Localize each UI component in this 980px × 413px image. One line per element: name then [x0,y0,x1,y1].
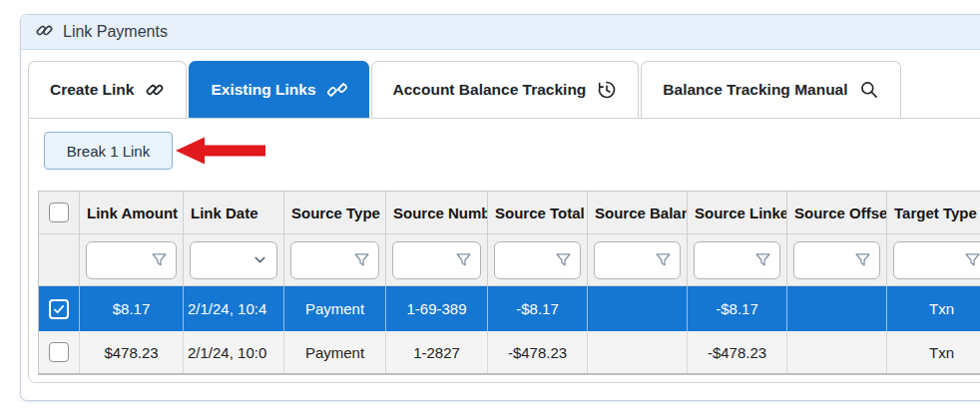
filter-icon[interactable] [655,251,672,268]
tab-create-link[interactable]: Create Link [28,61,187,118]
tab-account-balance-tracking[interactable]: Account Balance Tracking [371,61,640,118]
filter-cell [184,234,284,285]
filter-input[interactable] [86,241,177,279]
links-table: Link AmountLink DateSource TypeSource Nu… [38,191,980,375]
table-cell: $478.23 [80,331,184,373]
table-header-row: Link AmountLink DateSource TypeSource Nu… [39,192,980,234]
row-checkbox[interactable] [49,342,69,362]
filter-input[interactable] [392,241,481,279]
column-header[interactable]: Source Type [284,192,386,233]
tab-label: Account Balance Tracking [393,81,587,99]
table-cell [588,286,688,331]
row-checkbox[interactable] [49,299,69,319]
tab-existing-links[interactable]: Existing Links [189,61,368,118]
link-icon [145,80,165,100]
filter-icon[interactable] [455,251,472,268]
break-link-button[interactable]: Break 1 Link [44,132,173,170]
broken-link-icon [327,80,347,100]
table-cell: -$478.23 [488,331,588,373]
table-cell: Txn [887,331,980,373]
filter-input[interactable] [290,241,379,279]
card-header: Link Payments [21,15,980,50]
table-cell: -$478.23 [688,331,787,373]
row-select-cell [39,286,80,331]
tab-label: Existing Links [211,81,315,99]
filter-input[interactable] [190,241,277,279]
red-arrow-annotation [175,136,266,170]
link-icon [35,21,54,44]
column-header[interactable]: Source Number [386,192,488,233]
table-row[interactable]: $478.232/1/24, 10:0Payment1-2827-$478.23… [39,331,980,373]
tab-label: Balance Tracking Manual [663,81,847,99]
filter-cell [588,234,688,285]
history-icon [597,80,617,100]
filter-icon[interactable] [151,251,168,268]
filter-input[interactable] [893,241,980,279]
search-icon [859,80,879,100]
tab-strip: Create LinkExisting LinksAccount Balance… [28,61,901,118]
filter-cell [39,234,80,285]
filter-row [39,234,980,286]
filter-icon[interactable] [754,251,771,268]
column-header[interactable]: Source Linked [688,192,787,233]
tab-label: Create Link [50,81,134,99]
filter-icon[interactable] [964,251,980,268]
filter-input[interactable] [694,241,780,279]
column-header[interactable]: Source Offset [787,192,887,233]
tab-panel: Break 1 Link Link AmountLink DateSource … [28,118,980,383]
filter-icon[interactable] [353,251,370,268]
table-cell: $8.17 [80,286,184,331]
column-header[interactable]: Link Amount [80,192,184,233]
tab-balance-tracking-manual[interactable]: Balance Tracking Manual [641,61,900,118]
filter-input[interactable] [494,241,581,279]
filter-icon[interactable] [555,251,572,268]
column-header[interactable]: Source Total [488,192,588,233]
table-cell: 2/1/24, 10:4 [184,286,284,331]
table-cell: Payment [284,286,386,331]
link-payments-card: Link Payments Create LinkExisting LinksA… [20,14,980,401]
column-header[interactable]: Source Balance [588,192,688,233]
page-title: Link Payments [63,23,168,41]
filter-cell [488,234,588,285]
table-cell: -$8.17 [688,286,787,331]
table-row[interactable]: $8.172/1/24, 10:4Payment1-69-389-$8.17-$… [39,286,980,331]
filter-input[interactable] [594,241,681,279]
filter-cell [787,234,887,285]
select-all-checkbox[interactable] [49,203,69,222]
filter-cell [688,234,787,285]
row-select-cell [39,331,80,373]
table-cell: 2/1/24, 10:0 [184,331,284,373]
table-cell [787,286,887,331]
table-cell [588,331,688,373]
table-cell: 1-69-389 [386,286,488,331]
filter-icon[interactable] [854,251,871,268]
column-header[interactable]: Link Date [184,192,284,233]
filter-cell [80,234,184,285]
table-cell: -$8.17 [488,286,588,331]
column-header[interactable]: Target Type [887,192,980,233]
filter-cell [386,234,488,285]
table-cell [787,331,887,373]
table-cell: Payment [284,331,386,373]
filter-cell [284,234,386,285]
table-cell: 1-2827 [386,331,488,373]
select-all-header-cell[interactable] [39,192,80,233]
filter-input[interactable] [793,241,880,279]
table-cell: Txn [887,286,980,331]
chevron-down-icon[interactable] [251,251,268,268]
filter-cell [887,234,980,285]
